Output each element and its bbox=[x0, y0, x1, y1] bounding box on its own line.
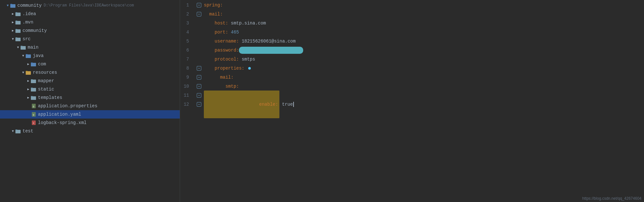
tree-label-test: test bbox=[23, 129, 33, 134]
code-line-10: smtp: bbox=[204, 82, 644, 91]
code-content[interactable]: spring: mail: host: smtp.sina.com port: … bbox=[203, 0, 644, 202]
tree-label-mapper: mapper bbox=[38, 78, 54, 83]
gutter-cell-1[interactable]: ▾ bbox=[195, 1, 203, 10]
tree-label-app-yaml: application.yaml bbox=[38, 112, 81, 117]
code-line-5: username: 18215626061@sina.com bbox=[204, 37, 644, 46]
tree-item-community-root[interactable]: ▼ community D:\Program Files\Java\IDEAwo… bbox=[0, 1, 180, 10]
file-icon-red-logback: x bbox=[31, 120, 37, 125]
gutter-cell-8[interactable]: ▾ bbox=[195, 64, 203, 73]
arrow-mapper: ▶ bbox=[26, 79, 31, 83]
tree-item-java[interactable]: ▼ java bbox=[0, 52, 180, 60]
folder-icon-mapper bbox=[31, 78, 37, 83]
line-num-6: 6 bbox=[180, 46, 192, 55]
gutter-cell-3 bbox=[195, 19, 203, 28]
tree-label-static: static bbox=[38, 87, 54, 92]
collapse-icon-8[interactable]: ▾ bbox=[197, 66, 201, 71]
folder-icon-test bbox=[15, 129, 21, 134]
tree-item-resources[interactable]: ▼ resources bbox=[0, 68, 180, 77]
yaml-key-properties: properties: bbox=[204, 64, 247, 73]
tree-item-src[interactable]: ▼ src bbox=[0, 35, 180, 43]
tree-item-community-sub[interactable]: ▶ community bbox=[0, 26, 180, 35]
svg-rect-17 bbox=[26, 71, 28, 72]
tree-item-test[interactable]: ▼ test bbox=[0, 127, 180, 135]
gutter: ▾ ▾ ▾ ▾ ▾ ▾ ▾ bbox=[195, 0, 203, 202]
gutter-cell-2[interactable]: ▾ bbox=[195, 10, 203, 19]
collapse-icon-9[interactable]: ▾ bbox=[197, 75, 201, 80]
svg-rect-7 bbox=[15, 29, 17, 30]
svg-rect-3 bbox=[15, 12, 17, 13]
tree-item-mapper[interactable]: ▶ mapper bbox=[0, 77, 180, 85]
tree-item-app-yaml[interactable]: g application.yaml bbox=[0, 110, 180, 119]
yaml-key-enable: enable: bbox=[227, 102, 278, 107]
tree-item-main[interactable]: ▼ main bbox=[0, 43, 180, 52]
folder-icon-com bbox=[31, 62, 37, 67]
svg-rect-31 bbox=[15, 130, 17, 130]
collapse-icon-11[interactable]: ▾ bbox=[197, 93, 201, 98]
line-num-2: 2 bbox=[180, 10, 192, 19]
tree-item-app-props[interactable]: g application.properties bbox=[0, 102, 180, 110]
collapse-icon-10[interactable]: ▾ bbox=[197, 84, 201, 89]
gutter-cell-7 bbox=[195, 55, 203, 64]
gutter-cell-10[interactable]: ▾ bbox=[195, 82, 203, 91]
collapse-icon-2[interactable]: ▾ bbox=[197, 12, 201, 16]
svg-text:g: g bbox=[33, 113, 34, 116]
svg-rect-23 bbox=[31, 96, 33, 97]
tree-label-idea: .idea bbox=[23, 11, 36, 16]
arrow-test: ▼ bbox=[10, 130, 15, 133]
line-num-7: 7 bbox=[180, 55, 192, 64]
code-line-3: host: smtp.sina.com bbox=[204, 19, 644, 28]
yaml-value-username: 18215626061@sina.com bbox=[242, 37, 296, 46]
arrow-main: ▼ bbox=[15, 46, 21, 49]
folder-icon-templates bbox=[31, 95, 37, 100]
arrow-src: ▼ bbox=[10, 37, 15, 41]
code-line-1: spring: bbox=[204, 1, 644, 10]
folder-icon-resources bbox=[26, 70, 32, 75]
yaml-key-port: port: bbox=[204, 28, 231, 37]
tree-item-templates[interactable]: ▶ templates bbox=[0, 93, 180, 102]
tree-label-app-props: application.properties bbox=[38, 103, 97, 109]
line-num-12: 12 bbox=[180, 100, 192, 109]
gutter-cell-9[interactable]: ▾ bbox=[195, 73, 203, 82]
tree-item-idea[interactable]: ▶ .idea bbox=[0, 10, 180, 18]
tree-label-mvn: .mvn bbox=[23, 20, 33, 25]
tree-item-com[interactable]: ▶ com bbox=[0, 60, 180, 68]
gutter-cell-11[interactable]: ▾ bbox=[195, 91, 203, 100]
line-num-10: 10 bbox=[180, 82, 192, 91]
arrow-community-root: ▼ bbox=[5, 4, 10, 7]
svg-rect-11 bbox=[21, 46, 23, 47]
file-icon-green-app-yaml: g bbox=[31, 112, 37, 117]
collapse-icon-1[interactable]: ▾ bbox=[197, 3, 201, 7]
svg-text:g: g bbox=[33, 105, 34, 108]
tree-label-templates: templates bbox=[38, 95, 62, 100]
code-line-2: mail: bbox=[204, 10, 644, 19]
yaml-key-mail: mail: bbox=[204, 10, 223, 19]
gutter-cell-5 bbox=[195, 37, 203, 46]
arrow-java: ▼ bbox=[21, 54, 26, 58]
tree-label-logback: logback-spring.xml bbox=[38, 120, 86, 125]
yaml-value-enable: true bbox=[279, 100, 293, 109]
tree-item-mvn[interactable]: ▶ .mvn bbox=[0, 18, 180, 26]
yaml-key-smtp: smtp: bbox=[204, 82, 239, 91]
file-tree: ▼ community D:\Program Files\Java\IDEAwo… bbox=[0, 0, 180, 202]
svg-rect-5 bbox=[15, 21, 17, 22]
tree-item-logback[interactable]: x logback-spring.xml bbox=[0, 119, 180, 127]
file-icon-green-app-props: g bbox=[31, 103, 37, 109]
line-numbers: 1 2 3 4 5 6 7 8 9 10 11 12 bbox=[180, 0, 195, 202]
yaml-value-protocol: smtps bbox=[242, 55, 255, 64]
arrow-idea: ▶ bbox=[10, 12, 15, 16]
arrow-mvn: ▶ bbox=[10, 20, 15, 24]
editor-panel: 1 2 3 4 5 6 7 8 9 10 11 12 ▾ ▾ ▾ ▾ bbox=[180, 0, 644, 202]
gutter-cell-12[interactable]: ▾ bbox=[195, 100, 203, 109]
blue-dot-properties bbox=[248, 67, 251, 70]
collapse-icon-12[interactable]: ▾ bbox=[197, 102, 201, 107]
folder-icon-src bbox=[15, 36, 21, 42]
watermark: https://blog.csdn.net/qq_42674604 bbox=[582, 196, 641, 201]
svg-rect-13 bbox=[26, 54, 28, 55]
folder-icon-idea bbox=[15, 11, 21, 16]
svg-rect-21 bbox=[31, 88, 33, 89]
tree-label-community-sub: community bbox=[23, 28, 47, 33]
tree-label-src: src bbox=[23, 36, 31, 42]
svg-rect-1 bbox=[10, 4, 12, 5]
tree-item-static[interactable]: ▶ static bbox=[0, 85, 180, 93]
code-line-6: password: bbox=[204, 46, 644, 55]
